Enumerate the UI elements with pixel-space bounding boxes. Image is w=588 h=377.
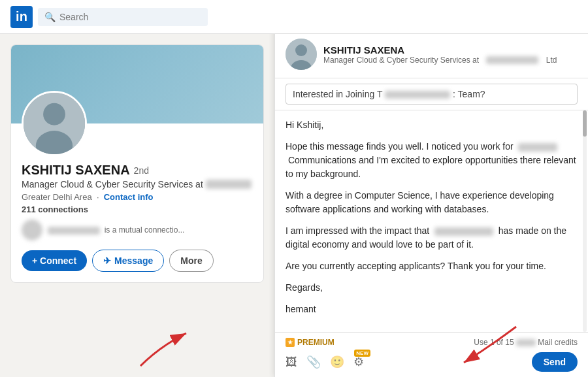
greeting-line: Hi Kshitij, <box>286 118 578 132</box>
emoji-icon: 🙂 <box>330 355 344 369</box>
recipient-name: KSHITIJ SAXENA <box>323 44 557 56</box>
company1-blurred <box>518 143 557 152</box>
profile-avatar-area: KSHITIJ SAXENA 2nd Manager Cloud & Cyber… <box>11 91 263 282</box>
arrow-more <box>121 320 199 372</box>
attachment-button[interactable]: 📎 <box>306 355 321 369</box>
mutual-connection: is a mutual connectio... <box>22 220 253 240</box>
regards-line: Regards, <box>286 281 578 295</box>
message-body[interactable]: Hi Kshitij, Hope this message finds you … <box>275 110 588 332</box>
message-send-icon: ✈ <box>103 255 111 266</box>
message-panel: New message ✕ KSHITIJ SAXENA <box>274 0 588 377</box>
recipient-avatar-svg <box>286 39 317 70</box>
mutual-avatar <box>22 220 42 240</box>
premium-badge: ★ PREMIUM <box>286 338 335 347</box>
subject-blurred <box>385 91 450 99</box>
attachment-icon: 📎 <box>306 355 321 369</box>
image-button[interactable]: 🖼 <box>286 355 297 369</box>
send-button[interactable]: Send <box>532 352 578 372</box>
top-nav: in 🔍 <box>0 0 588 34</box>
search-icon: 🔍 <box>44 12 56 22</box>
premium-icon: ★ <box>286 338 295 347</box>
new-badge: NEW <box>354 350 370 357</box>
signature-line: hemant <box>286 303 578 316</box>
subject-display: Interested in Joining T : Team? <box>286 84 578 105</box>
scrollbar-thumb[interactable] <box>583 110 587 137</box>
message-footer: ★ PREMIUM Use 1 of 15 Mail credits 🖼 📎 🙂 <box>275 332 588 377</box>
search-bar[interactable]: 🔍 <box>38 8 208 26</box>
credits-blurred <box>516 339 536 346</box>
body-line-3: I am impressed with the impact that has … <box>286 224 578 252</box>
profile-card: KSHITIJ SAXENA 2nd Manager Cloud & Cyber… <box>10 44 264 283</box>
premium-row: ★ PREMIUM Use 1 of 15 Mail credits <box>286 338 578 347</box>
recipient-row: KSHITIJ SAXENA Manager Cloud & Cyber Sec… <box>275 31 588 78</box>
avatar-inner <box>24 93 85 154</box>
subject-input-row: Interested in Joining T : Team? <box>275 78 588 110</box>
mutual-name-blurred <box>48 227 100 235</box>
ai-tools-button[interactable]: ⚙ NEW <box>353 355 364 369</box>
search-input[interactable] <box>59 12 190 22</box>
recipient-info: KSHITIJ SAXENA Manager Cloud & Cyber Sec… <box>323 44 557 65</box>
more-button[interactable]: More <box>169 250 213 272</box>
footer-icons: 🖼 📎 🙂 ⚙ NEW <box>286 355 364 369</box>
main-content: KSHITIJ SAXENA 2nd Manager Cloud & Cyber… <box>0 34 274 293</box>
svg-point-1 <box>43 103 65 125</box>
recipient-avatar <box>286 39 317 70</box>
profile-location: Greater Delhi Area · Contact info <box>22 192 253 202</box>
profile-title: Manager Cloud & Cyber Security Services … <box>22 179 253 189</box>
connections-count: 211 connections <box>22 205 253 214</box>
connect-button[interactable]: + Connect <box>22 250 87 271</box>
profile-avatar <box>22 91 87 156</box>
scrollbar-track[interactable] <box>583 110 587 332</box>
svg-point-5 <box>295 44 307 56</box>
body-line-2: With a degree in Computer Science, I hav… <box>286 189 578 216</box>
action-buttons: + Connect ✈ Message More <box>22 250 253 272</box>
body-line-1: Hope this message finds you well. I noti… <box>286 140 578 181</box>
connection-degree: 2nd <box>134 165 149 176</box>
footer-toolbar: 🖼 📎 🙂 ⚙ NEW Send <box>286 352 578 372</box>
linkedin-logo: in <box>10 6 33 28</box>
company2-blurred <box>434 227 493 236</box>
image-icon: 🖼 <box>286 355 297 369</box>
contact-info-link[interactable]: Contact info <box>104 192 154 202</box>
message-button[interactable]: ✈ Message <box>92 250 164 272</box>
body-line-4: Are you currently accepting applicants? … <box>286 259 578 273</box>
avatar-svg <box>24 93 85 154</box>
profile-name: KSHITIJ SAXENA 2nd <box>22 163 253 178</box>
recipient-company-blurred <box>486 56 538 64</box>
recipient-title: Manager Cloud & Cyber Security Services … <box>323 56 557 65</box>
ai-tools-icon: ⚙ <box>353 355 364 369</box>
company-blurred <box>206 180 252 189</box>
mail-credits: Use 1 of 15 Mail credits <box>474 338 578 347</box>
emoji-button[interactable]: 🙂 <box>330 355 344 369</box>
